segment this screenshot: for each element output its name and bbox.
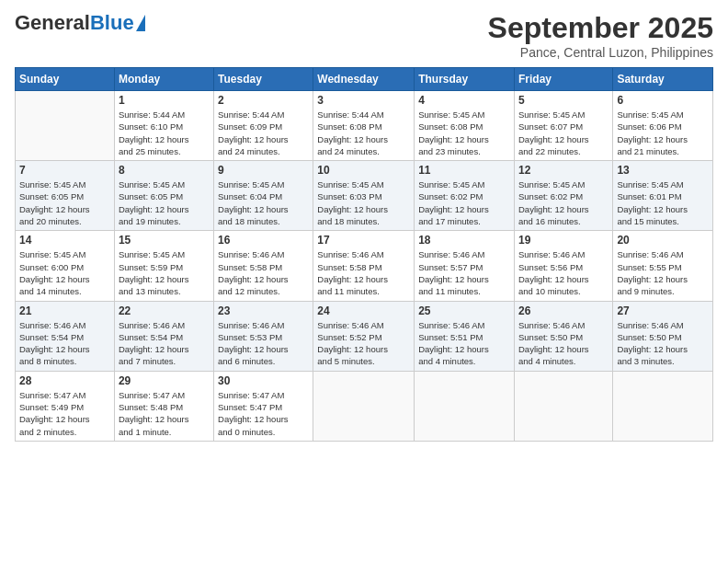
day-info: Sunrise: 5:45 AM Sunset: 6:07 PM Dayligh… (518, 109, 609, 157)
day-number: 21 (19, 304, 110, 317)
day-info: Sunrise: 5:45 AM Sunset: 6:05 PM Dayligh… (119, 178, 210, 227)
day-number: 22 (119, 304, 210, 317)
day-info: Sunrise: 5:46 AM Sunset: 5:57 PM Dayligh… (418, 248, 510, 297)
day-number: 7 (19, 164, 110, 177)
day-info: Sunrise: 5:46 AM Sunset: 5:54 PM Dayligh… (119, 319, 210, 368)
day-info: Sunrise: 5:45 AM Sunset: 5:59 PM Dayligh… (119, 248, 210, 297)
col-monday: Monday (114, 68, 213, 91)
day-number: 14 (19, 234, 110, 247)
col-friday: Friday (514, 68, 612, 91)
day-number: 29 (119, 374, 210, 387)
day-number: 2 (218, 94, 309, 107)
day-info: Sunrise: 5:45 AM Sunset: 6:00 PM Dayligh… (19, 248, 110, 297)
table-row: 15Sunrise: 5:45 AM Sunset: 5:59 PM Dayli… (114, 231, 213, 301)
day-number: 12 (518, 164, 609, 177)
day-number: 23 (218, 304, 309, 317)
day-info: Sunrise: 5:45 AM Sunset: 6:02 PM Dayligh… (418, 178, 510, 227)
calendar-week-row: 7Sunrise: 5:45 AM Sunset: 6:05 PM Daylig… (16, 161, 713, 231)
table-row: 2Sunrise: 5:44 AM Sunset: 6:09 PM Daylig… (214, 91, 313, 161)
day-info: Sunrise: 5:44 AM Sunset: 6:10 PM Dayligh… (119, 109, 210, 157)
logo-blue: Blue (90, 11, 134, 35)
table-row: 10Sunrise: 5:45 AM Sunset: 6:03 PM Dayli… (313, 161, 415, 231)
table-row: 19Sunrise: 5:46 AM Sunset: 5:56 PM Dayli… (514, 231, 612, 301)
day-number: 13 (617, 164, 709, 177)
table-row: 6Sunrise: 5:45 AM Sunset: 6:06 PM Daylig… (613, 91, 713, 161)
day-info: Sunrise: 5:46 AM Sunset: 5:58 PM Dayligh… (218, 248, 309, 297)
table-row: 8Sunrise: 5:45 AM Sunset: 6:05 PM Daylig… (114, 161, 213, 231)
location: Pance, Central Luzon, Philippines (488, 45, 713, 60)
day-number: 19 (518, 234, 609, 247)
table-row: 22Sunrise: 5:46 AM Sunset: 5:54 PM Dayli… (114, 301, 213, 371)
col-thursday: Thursday (415, 68, 515, 91)
table-row: 21Sunrise: 5:46 AM Sunset: 5:54 PM Dayli… (16, 301, 115, 371)
day-number: 3 (317, 94, 410, 107)
calendar-week-row: 1Sunrise: 5:44 AM Sunset: 6:10 PM Daylig… (16, 91, 713, 161)
day-info: Sunrise: 5:45 AM Sunset: 6:05 PM Dayligh… (19, 178, 110, 227)
logo-icon (136, 15, 145, 31)
day-info: Sunrise: 5:46 AM Sunset: 5:54 PM Dayligh… (19, 319, 110, 368)
table-row: 12Sunrise: 5:45 AM Sunset: 6:02 PM Dayli… (514, 161, 612, 231)
table-row: 13Sunrise: 5:45 AM Sunset: 6:01 PM Dayli… (613, 161, 713, 231)
calendar-week-row: 28Sunrise: 5:47 AM Sunset: 5:49 PM Dayli… (16, 371, 713, 441)
table-row: 24Sunrise: 5:46 AM Sunset: 5:52 PM Dayli… (313, 301, 415, 371)
day-info: Sunrise: 5:46 AM Sunset: 5:56 PM Dayligh… (518, 248, 609, 297)
day-number: 10 (317, 164, 410, 177)
day-number: 16 (218, 234, 309, 247)
table-row: 3Sunrise: 5:44 AM Sunset: 6:08 PM Daylig… (313, 91, 415, 161)
table-row: 7Sunrise: 5:45 AM Sunset: 6:05 PM Daylig… (16, 161, 115, 231)
logo: General Blue (15, 11, 145, 35)
day-info: Sunrise: 5:46 AM Sunset: 5:51 PM Dayligh… (418, 319, 510, 368)
table-row (514, 371, 612, 441)
table-row (415, 371, 515, 441)
table-row: 25Sunrise: 5:46 AM Sunset: 5:51 PM Dayli… (415, 301, 515, 371)
calendar-table: Sunday Monday Tuesday Wednesday Thursday… (15, 67, 713, 442)
day-number: 9 (218, 164, 309, 177)
table-row (16, 91, 115, 161)
day-number: 24 (317, 304, 410, 317)
day-number: 1 (119, 94, 210, 107)
title-block: September 2025 Pance, Central Luzon, Phi… (488, 11, 713, 60)
day-info: Sunrise: 5:45 AM Sunset: 6:03 PM Dayligh… (317, 178, 410, 227)
table-row: 30Sunrise: 5:47 AM Sunset: 5:47 PM Dayli… (214, 371, 313, 441)
header: General Blue September 2025 Pance, Centr… (15, 11, 713, 60)
day-info: Sunrise: 5:46 AM Sunset: 5:53 PM Dayligh… (218, 319, 309, 368)
day-number: 20 (617, 234, 709, 247)
day-info: Sunrise: 5:46 AM Sunset: 5:55 PM Dayligh… (617, 248, 709, 297)
col-tuesday: Tuesday (214, 68, 313, 91)
day-info: Sunrise: 5:46 AM Sunset: 5:50 PM Dayligh… (617, 319, 709, 368)
table-row: 18Sunrise: 5:46 AM Sunset: 5:57 PM Dayli… (415, 231, 515, 301)
table-row: 27Sunrise: 5:46 AM Sunset: 5:50 PM Dayli… (613, 301, 713, 371)
day-info: Sunrise: 5:45 AM Sunset: 6:08 PM Dayligh… (418, 109, 510, 157)
day-info: Sunrise: 5:45 AM Sunset: 6:06 PM Dayligh… (617, 109, 709, 157)
col-saturday: Saturday (613, 68, 713, 91)
day-info: Sunrise: 5:44 AM Sunset: 6:08 PM Dayligh… (317, 109, 410, 157)
day-info: Sunrise: 5:47 AM Sunset: 5:49 PM Dayligh… (19, 389, 110, 438)
table-row: 17Sunrise: 5:46 AM Sunset: 5:58 PM Dayli… (313, 231, 415, 301)
table-row: 1Sunrise: 5:44 AM Sunset: 6:10 PM Daylig… (114, 91, 213, 161)
col-wednesday: Wednesday (313, 68, 415, 91)
table-row: 5Sunrise: 5:45 AM Sunset: 6:07 PM Daylig… (514, 91, 612, 161)
day-info: Sunrise: 5:45 AM Sunset: 6:04 PM Dayligh… (218, 178, 309, 227)
table-row: 26Sunrise: 5:46 AM Sunset: 5:50 PM Dayli… (514, 301, 612, 371)
day-number: 25 (418, 304, 510, 317)
day-number: 6 (617, 94, 709, 107)
table-row: 4Sunrise: 5:45 AM Sunset: 6:08 PM Daylig… (415, 91, 515, 161)
month-title: September 2025 (488, 11, 713, 45)
day-number: 18 (418, 234, 510, 247)
table-row: 16Sunrise: 5:46 AM Sunset: 5:58 PM Dayli… (214, 231, 313, 301)
table-row (613, 371, 713, 441)
header-row: Sunday Monday Tuesday Wednesday Thursday… (16, 68, 713, 91)
table-row: 23Sunrise: 5:46 AM Sunset: 5:53 PM Dayli… (214, 301, 313, 371)
table-row: 9Sunrise: 5:45 AM Sunset: 6:04 PM Daylig… (214, 161, 313, 231)
day-number: 5 (518, 94, 609, 107)
day-info: Sunrise: 5:46 AM Sunset: 5:52 PM Dayligh… (317, 319, 410, 368)
day-number: 28 (19, 374, 110, 387)
table-row: 11Sunrise: 5:45 AM Sunset: 6:02 PM Dayli… (415, 161, 515, 231)
col-sunday: Sunday (16, 68, 115, 91)
day-number: 30 (218, 374, 309, 387)
calendar-week-row: 14Sunrise: 5:45 AM Sunset: 6:00 PM Dayli… (16, 231, 713, 301)
day-number: 11 (418, 164, 510, 177)
day-number: 8 (119, 164, 210, 177)
day-info: Sunrise: 5:46 AM Sunset: 5:58 PM Dayligh… (317, 248, 410, 297)
day-info: Sunrise: 5:47 AM Sunset: 5:48 PM Dayligh… (119, 389, 210, 438)
